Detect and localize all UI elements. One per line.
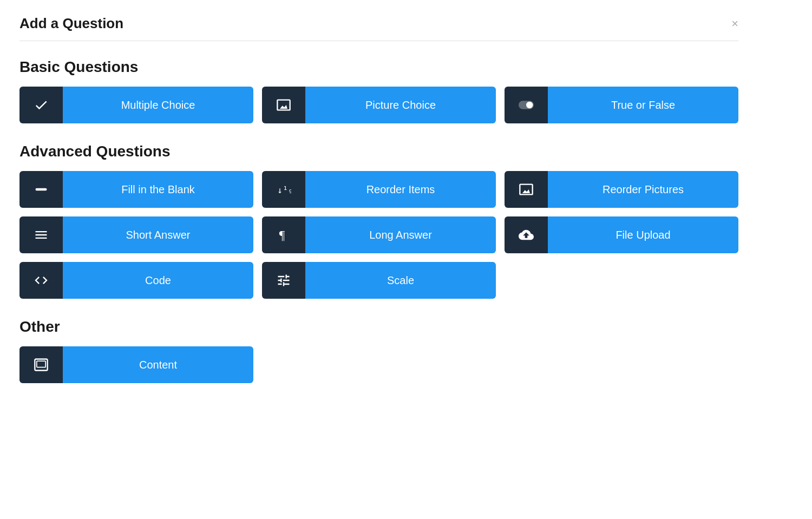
multiple-choice-label: Multiple Choice [63,87,253,123]
scale-button[interactable]: Scale [262,262,496,299]
dialog-header: Add a Question × [19,15,738,41]
advanced-questions-title: Advanced Questions [19,143,738,160]
basic-questions-section: Basic Questions Multiple Choice Picture … [19,58,738,123]
other-title: Other [19,318,738,336]
basic-questions-title: Basic Questions [19,58,738,76]
long-answer-button[interactable]: ¶ Long Answer [262,216,496,253]
fill-in-blank-button[interactable]: Fill in the Blank [19,171,253,208]
scale-label: Scale [305,262,496,299]
advanced-questions-grid: Fill in the Blank ↓¹₉ Reorder Items Reor… [19,171,738,299]
minus-icon [34,182,49,197]
picture-choice-label: Picture Choice [305,87,496,123]
reorder-pictures-label: Reorder Pictures [548,171,738,208]
short-answer-label: Short Answer [63,216,253,253]
toggle-icon [519,97,534,113]
svg-rect-2 [36,188,47,191]
true-or-false-icon [505,87,548,123]
svg-rect-6 [37,361,45,367]
true-or-false-button[interactable]: True or False [505,87,738,123]
reorder-items-label: Reorder Items [305,171,496,208]
true-or-false-label: True or False [548,87,738,123]
advanced-questions-section: Advanced Questions Fill in the Blank ↓¹₉… [19,143,738,299]
dialog-title: Add a Question [19,15,123,32]
basic-questions-grid: Multiple Choice Picture Choice True [19,87,738,123]
multiple-choice-button[interactable]: Multiple Choice [19,87,253,123]
reorder-pictures-button[interactable]: Reorder Pictures [505,171,738,208]
scale-icon [262,262,305,299]
content-box-icon [34,357,49,372]
other-grid: Content [19,346,738,383]
sliders-icon [276,273,291,288]
sort-icon: ↓¹₉ [276,182,291,197]
image-icon [276,97,291,113]
svg-point-1 [526,102,533,108]
picture-choice-icon [262,87,305,123]
reorder-items-icon: ↓¹₉ [262,171,305,208]
picture-list-icon [519,182,534,197]
code-label: Code [63,262,253,299]
svg-text:↓¹₉: ↓¹₉ [277,185,291,195]
add-question-dialog: Add a Question × Basic Questions Multipl… [0,0,758,424]
upload-icon [519,227,534,242]
fill-in-blank-icon [19,171,63,208]
multiple-choice-icon [19,87,63,123]
file-upload-button[interactable]: File Upload [505,216,738,253]
content-label: Content [63,346,253,383]
other-section: Other Content [19,318,738,383]
reorder-items-button[interactable]: ↓¹₉ Reorder Items [262,171,496,208]
code-brackets-icon [34,273,49,288]
lines-icon [34,227,49,242]
reorder-pictures-icon [505,171,548,208]
svg-text:¶: ¶ [279,228,285,242]
long-answer-label: Long Answer [305,216,496,253]
check-icon [34,97,49,113]
file-upload-icon [505,216,548,253]
short-answer-button[interactable]: Short Answer [19,216,253,253]
content-button[interactable]: Content [19,346,253,383]
code-icon [19,262,63,299]
short-answer-icon [19,216,63,253]
file-upload-label: File Upload [548,216,738,253]
fill-in-blank-label: Fill in the Blank [63,171,253,208]
close-button[interactable]: × [731,18,738,30]
content-icon [19,346,63,383]
picture-choice-button[interactable]: Picture Choice [262,87,496,123]
code-button[interactable]: Code [19,262,253,299]
long-answer-icon: ¶ [262,216,305,253]
paragraph-icon: ¶ [276,227,291,242]
